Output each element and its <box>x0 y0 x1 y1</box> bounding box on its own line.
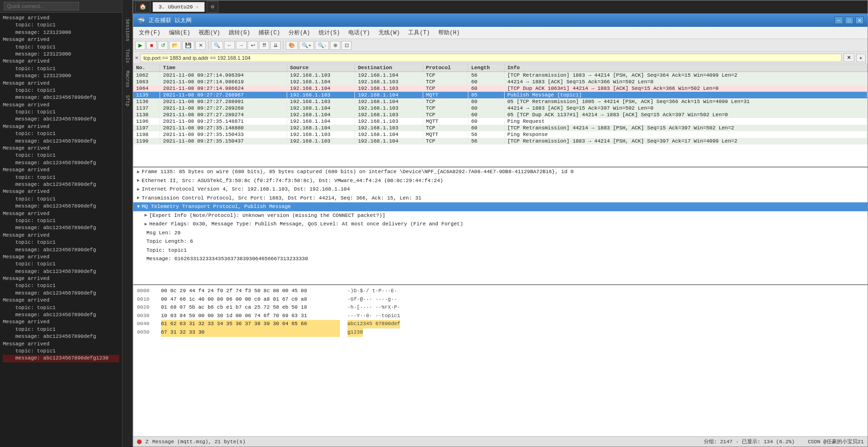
table-row[interactable]: 10632021-11-08 09:27:14.986619192.168.1.… <box>133 79 868 85</box>
table-cell: [TCP Retransmission] 1883 → 44214 [PSH, … <box>504 72 867 79</box>
detail-line[interactable]: ▶Internet Protocol Version 4, Src: 192.1… <box>133 185 868 194</box>
table-cell: 2021-11-08 09:27:14.986624 <box>160 85 287 92</box>
toolbar-goto-btn[interactable]: ↩ <box>248 41 258 50</box>
tools-icon[interactable]: Tools <box>125 49 130 63</box>
quick-connect-input[interactable] <box>4 2 79 10</box>
sftp-icon[interactable]: Sftp <box>125 95 130 106</box>
packet-list[interactable]: No.TimeSourceDestinationProtocolLengthIn… <box>133 64 868 168</box>
menu-item[interactable]: 无线(W) <box>375 28 404 38</box>
detail-expand-arrow[interactable]: ▶ <box>137 186 140 193</box>
filter-input[interactable] <box>140 54 842 62</box>
table-col-header: Source <box>287 64 355 72</box>
detail-line[interactable]: Topic: topic1 <box>133 246 868 255</box>
table-cell: 192.168.1.103 <box>355 125 423 131</box>
close-btn[interactable]: ✕ <box>855 16 864 24</box>
detail-line[interactable]: ▶Header Flags: 0x30, Message Type: Publi… <box>133 220 868 229</box>
menu-item[interactable]: 电话(Y) <box>345 28 374 38</box>
toolbar-bottom-btn[interactable]: ⇊ <box>270 41 281 50</box>
hex-text: g1230 <box>347 328 363 337</box>
detail-line[interactable]: Message: 6162633132333435363738393064656… <box>133 255 868 263</box>
menu-item[interactable]: 视图(V) <box>195 28 224 38</box>
minimize-btn[interactable]: − <box>835 16 843 24</box>
title-left: 🦈 正在捕获 以太网 <box>137 16 192 24</box>
hex-text: ·)D·$·/ t·P···E· <box>347 287 397 295</box>
detail-line[interactable]: Topic Length: 6 <box>133 237 868 246</box>
menu-item[interactable]: 工具(T) <box>404 28 434 38</box>
toolbar-resize-btn[interactable]: ⊡ <box>341 41 352 50</box>
toolbar-stop-btn[interactable]: ■ <box>146 41 157 49</box>
table-row[interactable]: 11382021-11-08 09:27:27.289274192.168.1.… <box>133 112 868 118</box>
table-row[interactable]: 10622021-11-08 09:27:14.986394192.168.1.… <box>133 72 868 79</box>
table-cell: MQTT <box>423 92 468 98</box>
table-col-header: No. <box>133 64 160 72</box>
menu-item[interactable]: 跳转(G) <box>225 28 254 38</box>
toolbar-save-btn[interactable]: 💾 <box>182 41 194 50</box>
detail-line[interactable]: Msg Len: 29 <box>133 229 868 238</box>
detail-expand-arrow[interactable]: ▶ <box>137 177 140 184</box>
window-titlebar: 🦈 正在捕获 以太网 − □ ✕ <box>133 14 868 27</box>
toolbar-fwd-btn[interactable]: → <box>236 41 247 49</box>
hex-line: 002001 68 07 5b ac b6 cb e1 b7 ca 25 72 … <box>137 303 864 312</box>
toolbar-back-btn[interactable]: ← <box>224 41 235 49</box>
toolbar-start-btn[interactable]: ▶ <box>135 41 145 50</box>
toolbar-close-btn[interactable]: ✕ <box>195 41 206 50</box>
hex-bytes: 00 47 66 1c 40 00 80 06 00 00 c0 a8 01 6… <box>161 295 340 304</box>
tab-ubuntu20[interactable]: 3. Ubuntu20 ✕ <box>153 2 205 12</box>
detail-expand-arrow[interactable]: ▶ <box>145 221 147 228</box>
table-row[interactable]: 10642021-11-08 09:27:14.986624192.168.1.… <box>133 85 868 92</box>
menu-item[interactable]: 统计(S) <box>315 28 344 38</box>
toolbar-zoom-out-btn[interactable]: 🔍- <box>315 41 329 50</box>
menu-item[interactable]: 文件(F) <box>135 28 164 38</box>
table-row[interactable]: 11992021-11-08 09:27:35.150437192.168.1.… <box>133 138 868 144</box>
detail-line[interactable]: ▶[Expert Info (Note/Protocol): Unknown v… <box>133 211 868 220</box>
hex-line: 005067 31 32 33 30g1230 <box>137 328 864 337</box>
table-cell: 2021-11-08 09:27:27.289274 <box>160 112 287 118</box>
table-cell: 56 <box>468 131 504 138</box>
toolbar-zoom-reset-btn[interactable]: ⊕ <box>330 41 340 50</box>
toolbar-colorize-btn[interactable]: 🎨 <box>286 41 298 50</box>
tab-home[interactable]: 🏠 <box>135 1 151 13</box>
table-row[interactable]: 11352021-11-08 09:27:27.288967192.168.1.… <box>133 92 868 98</box>
sessions-icon[interactable]: Sessions <box>125 19 130 41</box>
toolbar-find-btn[interactable]: 🔍 <box>211 41 223 50</box>
restore-btn[interactable]: □ <box>845 16 853 24</box>
table-cell: 192.168.1.103 <box>287 92 355 98</box>
filter-clear-btn[interactable]: ✕ <box>844 53 854 62</box>
table-cell: 192.168.1.104 <box>355 92 423 98</box>
toolbar-open-btn[interactable]: 📂 <box>169 41 181 50</box>
macros-icon[interactable]: Macros <box>125 71 130 88</box>
detail-text: Message: 6162633132333435363738393064656… <box>146 255 308 263</box>
table-cell: 2021-11-08 09:27:14.986619 <box>160 79 287 85</box>
hex-offset: 0040 <box>137 320 153 328</box>
menu-item[interactable]: 帮助(H) <box>434 28 464 38</box>
menu-item[interactable]: 分析(A) <box>285 28 314 38</box>
hex-dump: 000000 0c 29 44 f4 24 f0 2f 74 f3 50 8c … <box>133 285 868 436</box>
detail-line[interactable]: ▶Ethernet II, Src: ASUSTekC_f3:50:8c (f0… <box>133 176 868 185</box>
detail-expand-arrow[interactable]: ▶ <box>137 194 140 201</box>
toolbar-top-btn[interactable]: ⇈ <box>259 41 269 50</box>
detail-line[interactable]: ▶Transmission Control Protocol, Src Port… <box>133 194 868 203</box>
menu-item[interactable]: 编辑(E) <box>165 28 194 38</box>
table-row[interactable]: 11372021-11-08 09:27:27.289268192.168.1.… <box>133 105 868 112</box>
table-cell: Ping Response <box>504 131 867 138</box>
table-cell: 192.168.1.103 <box>287 98 355 105</box>
table-row[interactable]: 11362021-11-08 09:27:27.288991192.168.1.… <box>133 98 868 105</box>
table-cell: 2021-11-08 09:27:35.148880 <box>160 125 287 131</box>
toolbar-zoom-in-btn[interactable]: 🔍+ <box>299 41 314 50</box>
detail-line[interactable]: ▼MQ Telemetry Transport Protocol, Publis… <box>133 202 868 211</box>
table-cell: 192.168.1.104 <box>287 85 355 92</box>
table-row[interactable]: 11982021-11-08 09:27:35.150433192.168.1.… <box>133 131 868 138</box>
detail-line[interactable]: ▶Frame 1135: 85 bytes on wire (680 bits)… <box>133 168 868 176</box>
tab-close-btn[interactable]: ✕ <box>196 4 199 10</box>
table-row[interactable]: 11962021-11-08 09:27:35.148871192.168.1.… <box>133 118 868 125</box>
table-row[interactable]: 11972021-11-08 09:27:35.148880192.168.1.… <box>133 125 868 131</box>
detail-expand-arrow[interactable]: ▶ <box>145 212 147 219</box>
toolbar-restart-btn[interactable]: ↺ <box>158 41 168 50</box>
table-cell: 192.168.1.104 <box>355 131 423 138</box>
tab-gear[interactable]: ⚙ <box>207 1 218 13</box>
menu-item[interactable]: 捕获(C) <box>255 28 284 38</box>
detail-expand-arrow[interactable]: ▼ <box>137 203 140 210</box>
detail-expand-arrow[interactable]: ▶ <box>137 168 140 176</box>
packet-detail[interactable]: ▶Frame 1135: 85 bytes on wire (680 bits)… <box>133 168 868 285</box>
filter-add-btn[interactable]: + <box>856 54 866 62</box>
